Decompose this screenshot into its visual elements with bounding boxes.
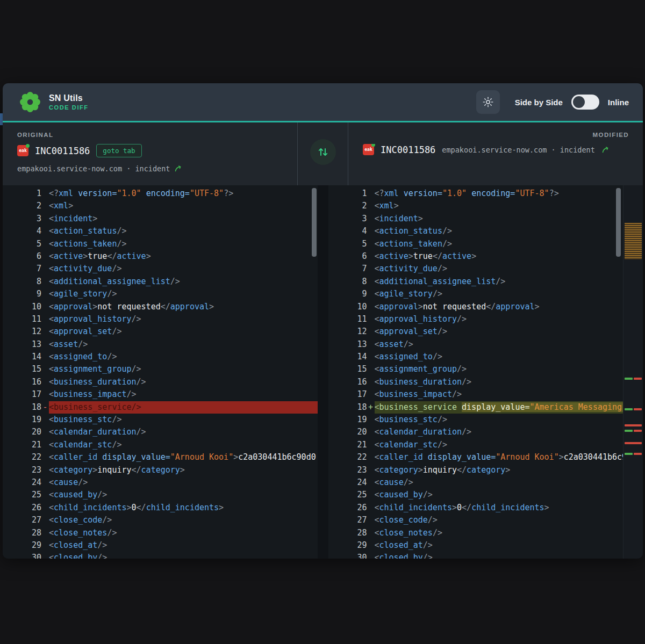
code-line: 19 <business_stc/> [328, 414, 624, 426]
code-line: 25 <caused_by/> [328, 489, 624, 501]
code-line: 29 <closed_at/> [3, 539, 318, 552]
minimap-diff-mark [625, 378, 642, 380]
code-line: 27 <close_code/> [3, 514, 318, 526]
favicon-text: eak [364, 147, 372, 152]
code-line: 3 <incident> [3, 213, 318, 225]
code-line: 27 <close_code/> [328, 514, 624, 526]
code-line: 3 <incident> [328, 213, 624, 225]
code-line: 10 <approval>not requested</approval> [328, 301, 624, 313]
modified-record-id: INC0011586 [381, 144, 435, 155]
original-code-pane: 1 <?xml version="1.0" encoding="UTF-8"?>… [3, 185, 318, 559]
minimap-diff-mark [625, 430, 642, 432]
code-line: 24 <cause/> [3, 476, 318, 489]
instance-favicon: eak [17, 145, 28, 156]
original-source: empakooi.service-now.com · incident [17, 164, 170, 173]
open-record-arrow-icon[interactable] [601, 146, 610, 154]
minimap-diff-mark [625, 453, 642, 455]
code-line: 9 <agile_story/> [3, 288, 318, 300]
code-line: 22 <caller_id display_value="Arnoud Kooi… [3, 451, 318, 464]
original-record-row: eak INC0011586 goto tab [17, 144, 283, 157]
favicon-status-dot [26, 144, 30, 148]
code-line: 28 <close_notes/> [328, 527, 624, 539]
minimap-diff-mark [625, 442, 642, 444]
code-line: 6 <active>true</active> [3, 250, 318, 263]
code-line: 2 <xml> [328, 200, 624, 212]
code-line: 7 <activity_due/> [328, 263, 624, 275]
code-line: 12 <approval_set/> [3, 325, 318, 338]
diff-code-area: 1 <?xml version="1.0" encoding="UTF-8"?>… [3, 185, 643, 559]
code-line: 23 <category>inquiry</category> [328, 464, 624, 476]
panel-headers: ORIGINAL eak INC0011586 goto tab empakoo… [3, 122, 643, 185]
instance-favicon: eak [363, 144, 374, 155]
code-line: 29 <closed_at/> [328, 539, 624, 552]
sun-icon [482, 96, 494, 108]
left-scrollbar-thumb[interactable] [312, 188, 317, 257]
modified-source: empakooi.service-now.com · incident [442, 146, 594, 154]
code-line: 13 <asset/> [3, 338, 318, 351]
right-scrollbar-thumb[interactable] [616, 188, 621, 257]
code-line: 13 <asset/> [328, 338, 624, 351]
modified-record-row: eak INC0011586 empakooi.service-now.com … [363, 144, 629, 155]
code-line: 30 <closed_by/> [328, 552, 624, 559]
code-line: 23 <category>inquiry</category> [3, 464, 318, 476]
minimap-diff-mark [625, 424, 642, 426]
code-line: 10 <approval>not requested</approval> [3, 301, 318, 313]
brand-text: SN Utils CODE DIFF [49, 93, 89, 111]
original-source-row: empakooi.service-now.com · incident [17, 164, 283, 173]
code-line: 11 <approval_history/> [328, 313, 624, 325]
favicon-status-dot [371, 144, 375, 147]
code-line: 12 <approval_set/> [328, 325, 624, 338]
modified-label: MODIFIED [363, 132, 629, 138]
code-line: 22 <caller_id display_value="Arnoud Kooi… [328, 451, 624, 464]
sn-utils-logo-icon [19, 91, 41, 113]
app-header: SN Utils CODE DIFF S [3, 83, 643, 121]
open-record-arrow-icon[interactable] [174, 164, 183, 173]
modified-code-pane: 1 <?xml version="1.0" encoding="UTF-8"?>… [328, 185, 643, 559]
code-line: 15 <assignment_group/> [328, 363, 624, 375]
app-brand: SN Utils CODE DIFF [19, 91, 89, 113]
minimap-changed-region [625, 223, 642, 259]
code-line: 4 <action_status/> [3, 225, 318, 237]
pane-gap [318, 185, 328, 559]
code-line: 14 <assigned_to/> [328, 351, 624, 363]
goto-tab-button[interactable]: goto tab [96, 144, 141, 157]
code-line: 9 <agile_story/> [328, 288, 624, 300]
modified-code-lines: 1 <?xml version="1.0" encoding="UTF-8"?>… [328, 185, 624, 559]
code-line: 14 <assigned_to/> [3, 351, 318, 363]
code-line: 21 <calendar_stc/> [3, 439, 318, 451]
original-code-lines: 1 <?xml version="1.0" encoding="UTF-8"?>… [3, 185, 318, 559]
code-line: 26 <child_incidents>0</child_incidents> [328, 502, 624, 514]
code-line: 20 <calendar_duration/> [3, 426, 318, 438]
swap-column [297, 122, 348, 185]
diff-removed-line: 18-<business_service/> [3, 401, 318, 414]
code-line: 28 <close_notes/> [3, 527, 318, 539]
swap-arrows-icon [317, 146, 329, 158]
code-line: 5 <actions_taken/> [3, 238, 318, 250]
diff-minimap[interactable] [623, 185, 643, 559]
theme-toggle-button[interactable] [476, 90, 500, 114]
code-line: 15 <assignment_group/> [3, 363, 318, 375]
view-mode-toggle[interactable] [571, 95, 599, 110]
code-line: 17 <business_impact/> [328, 388, 624, 401]
code-line: 11 <approval_history/> [3, 313, 318, 325]
code-line: 2 <xml> [3, 200, 318, 212]
app-title: SN Utils [49, 93, 89, 103]
code-line: 30 <closed_by/> [3, 552, 318, 559]
app-subtitle: CODE DIFF [49, 104, 89, 111]
swap-panels-button[interactable] [310, 139, 336, 165]
side-by-side-label: Side by Side [515, 98, 563, 107]
code-line: 8 <additional_assignee_list/> [3, 276, 318, 288]
code-line: 24 <cause/> [328, 476, 624, 489]
code-line: 16 <business_duration/> [328, 376, 624, 388]
code-line: 6 <active>true</active> [328, 250, 624, 263]
code-line: 5 <actions_taken/> [328, 238, 624, 250]
original-panel-header: ORIGINAL eak INC0011586 goto tab empakoo… [3, 122, 297, 185]
code-line: 21 <calendar_stc/> [328, 439, 624, 451]
code-line: 19 <business_stc/> [3, 414, 318, 426]
code-diff-window: SN Utils CODE DIFF S [3, 83, 643, 559]
code-line: 17 <business_impact/> [3, 388, 318, 401]
toggle-knob [573, 96, 585, 108]
code-line: 20 <calendar_duration/> [328, 426, 624, 438]
code-line: 26 <child_incidents>0</child_incidents> [3, 502, 318, 514]
code-line: 25 <caused_by/> [3, 489, 318, 501]
